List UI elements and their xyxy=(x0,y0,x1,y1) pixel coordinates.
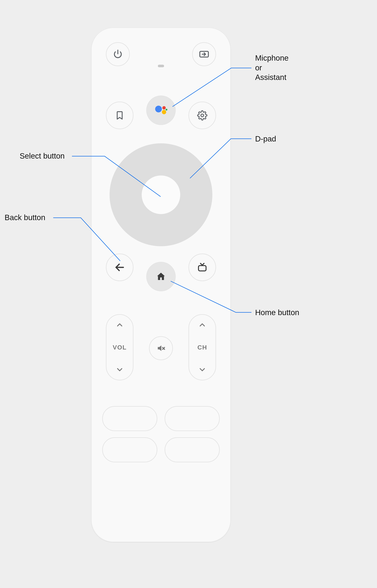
annotation-select: Select button xyxy=(20,151,65,161)
shortcut-button-1[interactable] xyxy=(102,406,157,431)
chevron-down-icon xyxy=(116,366,123,373)
power-icon xyxy=(113,49,123,59)
input-icon xyxy=(198,49,210,60)
mute-button[interactable] xyxy=(149,336,173,360)
bookmark-button[interactable] xyxy=(106,102,133,129)
power-button[interactable] xyxy=(106,42,130,66)
input-button[interactable] xyxy=(192,42,216,66)
annotation-back: Back button xyxy=(5,213,45,222)
dpad-ring[interactable] xyxy=(110,143,212,246)
annotation-dpad: D-pad xyxy=(255,134,276,144)
home-icon xyxy=(156,271,166,282)
assistant-button[interactable] xyxy=(146,96,176,125)
svg-point-6 xyxy=(165,109,167,111)
channel-rocker[interactable]: CH xyxy=(188,314,216,380)
volume-rocker[interactable]: VOL xyxy=(106,314,133,380)
svg-point-4 xyxy=(163,106,166,110)
chevron-up-icon xyxy=(116,321,123,329)
back-arrow-icon xyxy=(114,262,125,273)
status-led xyxy=(158,65,164,67)
bookmark-icon xyxy=(115,110,125,120)
tv-button[interactable] xyxy=(188,254,216,281)
volume-label: VOL xyxy=(113,344,127,351)
shortcut-button-4[interactable] xyxy=(165,437,220,462)
svg-point-7 xyxy=(201,114,204,117)
home-button[interactable] xyxy=(146,262,176,291)
chevron-down-icon xyxy=(199,366,206,373)
channel-label: CH xyxy=(197,344,207,351)
shortcut-button-3[interactable] xyxy=(102,437,157,462)
svg-rect-9 xyxy=(198,266,206,271)
svg-point-5 xyxy=(162,110,166,114)
mute-icon xyxy=(156,343,166,353)
settings-button[interactable] xyxy=(188,102,216,129)
select-button[interactable] xyxy=(142,175,180,214)
annotation-home: Home button xyxy=(255,308,299,318)
shortcut-button-2[interactable] xyxy=(165,406,220,431)
remote-body: VOL CH xyxy=(91,27,231,542)
gear-icon xyxy=(197,110,207,121)
back-button[interactable] xyxy=(106,254,133,281)
tv-icon xyxy=(197,262,208,273)
annotation-mic: Micphone or Assistant xyxy=(255,53,289,82)
svg-point-3 xyxy=(155,106,162,112)
chevron-up-icon xyxy=(199,321,206,329)
assistant-icon xyxy=(154,103,168,118)
